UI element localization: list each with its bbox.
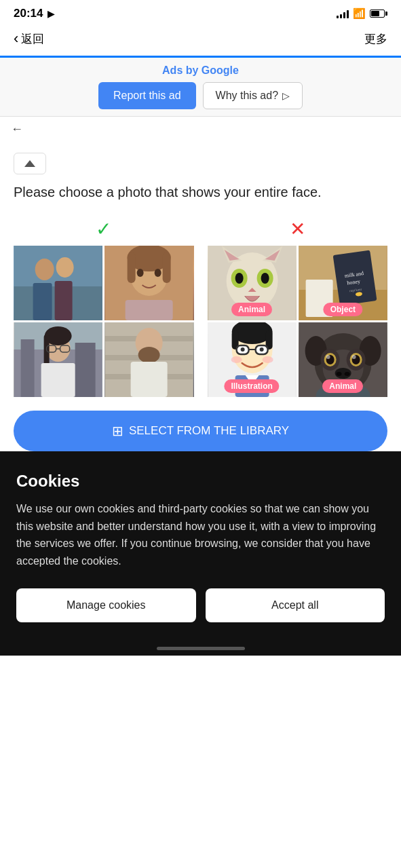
svg-point-80 [336, 372, 341, 376]
bad-photo-grid: Animal milk and honey rupi kaur [208, 246, 388, 397]
collapse-button[interactable] [14, 153, 46, 174]
ads-by-google: Ads by Google [11, 64, 390, 77]
inner-back-nav: ← [0, 117, 401, 142]
nav-bar: ‹ 返回 更多 [0, 24, 401, 56]
animal1-label: Animal [231, 303, 272, 316]
svg-point-62 [231, 356, 242, 363]
svg-point-61 [259, 347, 263, 352]
select-from-library-button[interactable]: ⊞ SELECT FROM THE LIBRARY [14, 411, 387, 451]
time-display: 20:14 [14, 7, 43, 20]
bad-photo-pug: Animal [299, 322, 387, 397]
manage-cookies-button[interactable]: Manage cookies [16, 588, 196, 622]
svg-point-12 [155, 269, 161, 277]
wifi-icon: 📶 [353, 7, 366, 20]
svg-point-41 [235, 273, 243, 284]
location-icon: ▶ [47, 9, 54, 19]
select-button-label: SELECT FROM THE LIBRARY [129, 424, 289, 438]
instruction-text: Please choose a photo that shows your en… [14, 183, 387, 202]
svg-rect-16 [21, 339, 35, 397]
bad-photo-book: milk and honey rupi kaur Object [299, 246, 387, 320]
object1-label: Object [324, 303, 362, 316]
ads-by-text: Ads by [162, 64, 202, 76]
content-area: Please choose a photo that shows your en… [0, 142, 401, 397]
chevron-up-icon [24, 160, 35, 167]
inner-back-icon: ← [11, 122, 23, 136]
report-ad-button[interactable]: Report this ad [98, 82, 196, 109]
cookie-overlay: Cookies We use our own cookies and third… [0, 451, 401, 639]
cookie-body-text: We use our own cookies and third-party c… [16, 500, 385, 569]
select-icon: ⊞ [112, 423, 123, 439]
good-examples-column: ✓ [14, 218, 194, 397]
svg-rect-9 [128, 252, 136, 283]
svg-point-31 [138, 347, 160, 363]
why-this-ad-button[interactable]: Why this ad? ▷ [203, 82, 303, 109]
svg-rect-17 [75, 343, 96, 397]
cookie-buttons: Manage cookies Accept all [16, 588, 385, 622]
bad-examples-column: ✕ [208, 218, 388, 397]
back-button[interactable]: ‹ 返回 [14, 30, 44, 48]
svg-point-2 [35, 259, 54, 280]
status-icons: 📶 [337, 7, 387, 20]
why-label: Why this ad? [216, 90, 278, 102]
why-icon: ▷ [282, 90, 290, 101]
svg-point-63 [262, 356, 273, 363]
bad-photo-cat: Animal [208, 246, 297, 320]
svg-point-77 [326, 355, 330, 359]
svg-point-60 [240, 347, 244, 352]
svg-point-11 [137, 269, 144, 277]
bad-photo-cartoon: Illustration [208, 322, 297, 397]
illustration-label: Illustration [224, 379, 279, 393]
status-time: 20:14 ▶ [14, 7, 54, 20]
battery-icon [370, 10, 387, 18]
more-label: 更多 [364, 33, 387, 45]
accept-all-button[interactable]: Accept all [206, 588, 385, 622]
signal-icon [337, 9, 349, 18]
select-button-area: ⊞ SELECT FROM THE LIBRARY [0, 397, 401, 451]
photo-examples: ✓ [14, 218, 387, 397]
svg-rect-13 [126, 300, 173, 320]
good-photo-woman2 [14, 322, 102, 397]
svg-rect-3 [33, 283, 52, 320]
back-label: 返回 [21, 31, 44, 47]
good-photo-grid [14, 246, 194, 397]
good-checkmark-icon: ✓ [96, 218, 111, 240]
ad-bar: Ads by Google Report this ad Why this ad… [0, 58, 401, 117]
svg-rect-32 [131, 362, 168, 397]
home-bar [157, 647, 245, 650]
status-bar: 20:14 ▶ 📶 [0, 0, 401, 24]
cookie-title: Cookies [16, 472, 385, 491]
google-brand: Google [202, 64, 239, 76]
good-photo-man [104, 322, 193, 397]
svg-rect-24 [41, 363, 75, 397]
good-photo-woman1 [104, 246, 193, 320]
svg-point-78 [351, 355, 356, 359]
home-indicator-area [0, 639, 401, 656]
svg-point-4 [56, 257, 74, 278]
svg-point-81 [344, 372, 349, 376]
svg-point-42 [261, 273, 269, 284]
back-chevron-icon: ‹ [14, 30, 18, 48]
more-button[interactable]: 更多 [364, 31, 387, 47]
animal2-label: Animal [322, 379, 363, 393]
good-photo-couple [14, 246, 102, 320]
bad-cross-icon: ✕ [290, 218, 305, 240]
ad-bar-buttons: Report this ad Why this ad? ▷ [11, 82, 390, 109]
svg-rect-5 [55, 281, 73, 320]
svg-rect-10 [163, 252, 171, 283]
svg-rect-46 [332, 250, 377, 305]
